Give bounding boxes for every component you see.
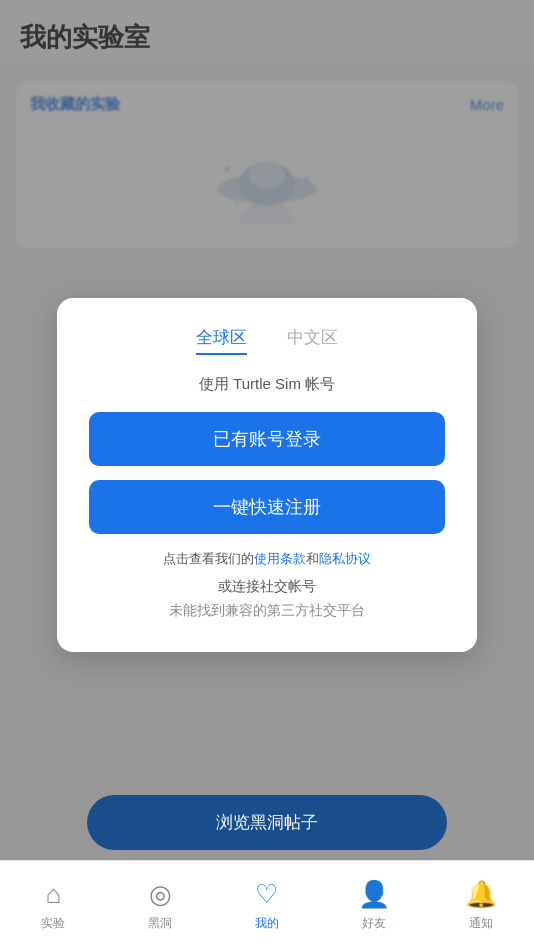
- nav-item-notifications[interactable]: 🔔 通知: [446, 879, 516, 932]
- terms-middle: 和: [306, 551, 319, 566]
- register-button[interactable]: 一键快速注册: [89, 480, 445, 534]
- nav-item-mine[interactable]: ♡ 我的: [232, 879, 302, 932]
- nav-label-blackhole: 黑洞: [148, 915, 172, 932]
- browse-section: 浏览黑洞帖子: [0, 795, 534, 850]
- heart-icon: ♡: [255, 879, 278, 910]
- terms-text: 点击查看我们的使用条款和隐私协议: [89, 550, 445, 568]
- home-icon: ⌂: [46, 879, 62, 910]
- tab-global[interactable]: 全球区: [196, 326, 247, 355]
- nav-item-experiment[interactable]: ⌂ 实验: [18, 879, 88, 932]
- privacy-link[interactable]: 隐私协议: [319, 551, 371, 566]
- social-unavailable: 未能找到兼容的第三方社交平台: [89, 602, 445, 620]
- bottom-nav: ⌂ 实验 ◎ 黑洞 ♡ 我的 👤 好友 🔔 通知: [0, 860, 534, 950]
- nav-label-friends: 好友: [362, 915, 386, 932]
- region-tabs: 全球区 中文区: [89, 326, 445, 355]
- modal-subtitle: 使用 Turtle Sim 帐号: [89, 375, 445, 394]
- nav-label-experiment: 实验: [41, 915, 65, 932]
- social-label: 或连接社交帐号: [89, 578, 445, 596]
- nav-label-mine: 我的: [255, 915, 279, 932]
- blackhole-icon: ◎: [149, 879, 172, 910]
- terms-prefix: 点击查看我们的: [163, 551, 254, 566]
- nav-item-friends[interactable]: 👤 好友: [339, 879, 409, 932]
- browse-button[interactable]: 浏览黑洞帖子: [87, 795, 447, 850]
- nav-item-blackhole[interactable]: ◎ 黑洞: [125, 879, 195, 932]
- terms-link[interactable]: 使用条款: [254, 551, 306, 566]
- tab-chinese[interactable]: 中文区: [287, 326, 338, 355]
- login-button[interactable]: 已有账号登录: [89, 412, 445, 466]
- login-modal: 全球区 中文区 使用 Turtle Sim 帐号 已有账号登录 一键快速注册 点…: [57, 298, 477, 652]
- nav-label-notifications: 通知: [469, 915, 493, 932]
- bell-icon: 🔔: [465, 879, 497, 910]
- friends-icon: 👤: [358, 879, 390, 910]
